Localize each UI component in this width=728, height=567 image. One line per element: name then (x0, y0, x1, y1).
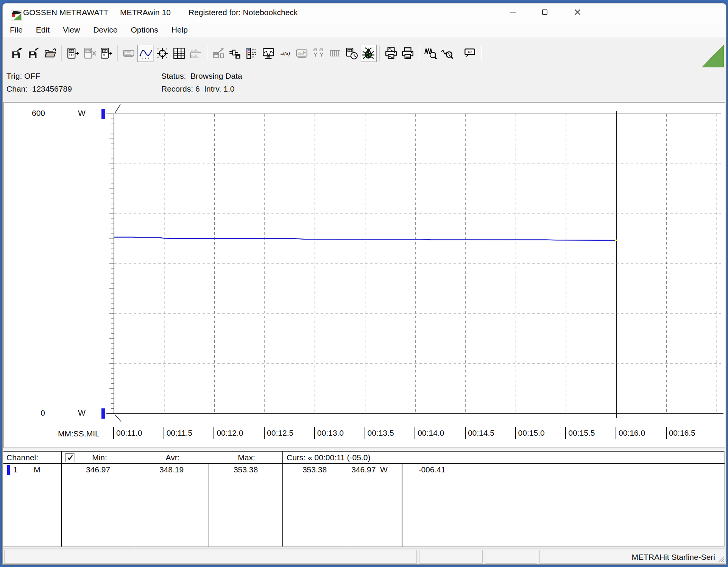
comb-waveform-icon[interactable] (327, 45, 343, 62)
product-name: METRAwin 10 (120, 8, 171, 17)
device-write-icon[interactable] (227, 45, 243, 62)
table-header-channel: Channel: (6, 453, 38, 462)
app-window: GOSSEN METRAWATT METRAwin 10 Registered … (2, 3, 726, 565)
maximize-button[interactable] (538, 6, 551, 18)
svg-text:321: 321 (298, 51, 303, 54)
svg-text:1/2: 1/2 (468, 50, 472, 54)
open-folder-icon[interactable] (42, 45, 59, 62)
svg-text:321: 321 (69, 50, 74, 53)
monitor-waveform-icon[interactable] (260, 45, 277, 62)
floppy-import-icon[interactable] (25, 45, 42, 62)
device-disconnect-321-icon[interactable]: 321 (81, 45, 98, 62)
svg-text:321: 321 (86, 50, 90, 53)
row-cursor-value: 346.97 W (351, 465, 388, 474)
table-header-avr: Avr: (166, 453, 180, 462)
chart-panel (3, 102, 725, 448)
channel-visibility-checkbox[interactable] (65, 453, 74, 462)
table-header-underline (3, 463, 725, 464)
x-tick-label: 00:15.5 (565, 427, 595, 439)
toolbar-separator (61, 45, 62, 61)
x-tick-label: 00:16.0 (616, 427, 645, 439)
close-button[interactable] (571, 6, 584, 18)
row-max-value: 353.38 (234, 465, 258, 474)
statusbar-section-3 (485, 550, 537, 564)
menu-file[interactable]: File (8, 25, 24, 35)
svg-text:=f(x): =f(x) (280, 51, 290, 56)
row-cursor-delta: -006.41 (418, 465, 445, 474)
x-tick-label: 00:13.5 (365, 427, 394, 439)
device-read-m-icon[interactable]: M (98, 45, 115, 62)
channel-marker-bottom (101, 408, 105, 419)
row-min-value: 346.97 (86, 465, 110, 474)
table-divider (135, 464, 135, 547)
app-name: GOSSEN METRAWATT (23, 8, 109, 17)
x-axis-format-label: MM:SS.MIL (58, 429, 100, 438)
crosshair-view-icon[interactable] (154, 45, 171, 62)
display-1257-icon[interactable]: 1257 (121, 45, 137, 62)
channel-status: Chan: 123456789 (6, 84, 72, 93)
x-tick-label: 00:16.5 (666, 427, 695, 439)
x-tick-label: 00:11.0 (113, 427, 142, 439)
chart-view-icon[interactable] (137, 45, 154, 62)
row-cursor-a-value: 353.38 (302, 465, 327, 474)
toolbar-separator (379, 45, 380, 61)
floppy-export-icon[interactable] (9, 45, 25, 62)
display-321-icon[interactable]: 321 (293, 45, 310, 62)
x-tick-label: 00:12.0 (214, 427, 243, 439)
toolbar-separator (207, 45, 207, 61)
row-channel-number: 1 (13, 465, 18, 474)
close-icon (574, 9, 580, 15)
title-bar (3, 3, 726, 23)
menu-device[interactable]: Device (92, 25, 119, 35)
registered-for: Registered for: Notebookcheck (189, 8, 298, 17)
checkmark-icon (67, 455, 73, 461)
svg-text:1257: 1257 (125, 52, 131, 55)
device-read-321-icon[interactable]: 321 (65, 45, 81, 62)
minimize-icon (510, 12, 516, 12)
app-logo-icon (11, 10, 22, 21)
svg-text:12.3: 12.3 (348, 50, 352, 52)
bug-icon[interactable] (360, 45, 377, 62)
resize-grip-icon[interactable] (717, 556, 724, 562)
channel-marker-top (101, 109, 105, 119)
menu-options[interactable]: Options (129, 25, 159, 35)
table-divider (402, 464, 402, 547)
probe-icon[interactable] (310, 45, 327, 62)
comment-icon[interactable]: 1/2 (461, 45, 478, 62)
table-header-min: Min: (92, 453, 107, 462)
formula-icon[interactable]: =f(x) (277, 45, 293, 62)
print-chart-icon[interactable] (383, 45, 399, 62)
table-view-icon[interactable] (171, 45, 187, 62)
x-tick-label: 00:11.5 (164, 427, 193, 439)
x-tick-label: 00:14.0 (415, 427, 444, 439)
statusbar-section-main (4, 550, 417, 564)
y-axis-max-label: 600 (22, 109, 45, 118)
table-divider (347, 464, 347, 547)
device-clock-icon[interactable]: 12.3 (343, 45, 360, 62)
resize-triangle-icon (702, 45, 724, 67)
menu-edit[interactable]: Edit (34, 25, 51, 35)
table-divider (282, 451, 283, 547)
export-graph-icon[interactable] (210, 45, 227, 62)
menu-view[interactable]: View (61, 25, 81, 35)
row-avr-value: 348.19 (159, 465, 184, 474)
table-divider (61, 451, 62, 547)
zoom-out-waveform-icon[interactable] (439, 45, 455, 62)
statusbar-section-2 (419, 550, 483, 564)
zoom-in-waveform-icon[interactable] (422, 45, 439, 62)
statusbar-section-device: METRAHit Starline-Seri (539, 550, 725, 564)
browse-status: Status: Browsing Data (161, 72, 242, 81)
y-axis-unit-top: W (78, 109, 86, 118)
trigger-status: Trig: OFF (6, 72, 40, 81)
device-name: METRAHit Starline-Seri (631, 553, 715, 562)
print-list-icon[interactable] (399, 45, 416, 62)
bar-chart-view-icon[interactable] (187, 45, 204, 62)
svg-text:M: M (103, 49, 106, 53)
menu-bar: File Edit View Device Options Help (3, 23, 726, 37)
channel-list-icon[interactable] (243, 45, 260, 62)
x-tick-label: 00:12.5 (264, 427, 293, 439)
toolbar-separator (117, 45, 118, 61)
y-axis-unit-bottom: W (78, 408, 86, 417)
menu-help[interactable]: Help (170, 25, 189, 35)
minimize-button[interactable] (506, 6, 519, 18)
